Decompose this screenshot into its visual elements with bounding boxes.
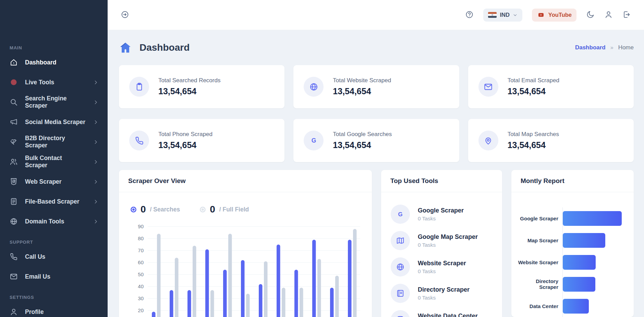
- sidebar-item-label: Search Engine Scraper: [25, 95, 86, 109]
- question-circle-icon: [465, 10, 474, 20]
- monthly-bar: [563, 211, 622, 226]
- tool-item-google-map-scraper[interactable]: Google Map Scraper0 Tasks: [391, 231, 493, 250]
- monthly-bar-chart: Google ScraperMap ScraperWebsite Scraper…: [511, 192, 634, 317]
- chevron-right-icon: [93, 199, 99, 205]
- overview-card: Scraper Over View 0/ Searches0/ Full Fie…: [119, 170, 372, 317]
- sidebar-item-label: B2B Directory Scraper: [25, 135, 86, 149]
- chevron-right-icon: [93, 80, 99, 85]
- sidebar-item-label: Email Us: [25, 273, 99, 280]
- youtube-button[interactable]: YouTube: [532, 9, 576, 22]
- logout-button[interactable]: [622, 10, 631, 20]
- stat-value: 13,54,654: [158, 140, 212, 150]
- tool-name: Directory Scraper: [418, 286, 470, 293]
- sidebar-section-label-settings: SETTINGS: [0, 295, 108, 300]
- monthly-category-label: Website Scraper: [518, 251, 562, 273]
- monthly-category-label: Map Scraper: [518, 229, 562, 251]
- sidebar-item-profile[interactable]: Profile: [0, 302, 108, 317]
- chevron-right-icon: [93, 219, 99, 224]
- stat-card-total-map-searches: Total Map Searches13,54,654: [468, 119, 634, 162]
- monthly-row-google-scraper: Google Scraper: [518, 207, 625, 229]
- sidebar-item-email-us[interactable]: Email Us: [0, 267, 108, 286]
- search-icon: [10, 98, 18, 106]
- tool-item-website-data-center[interactable]: Website Data Center0 Tasks: [391, 310, 493, 317]
- stat-label: Total Website Scraped: [333, 77, 391, 84]
- tool-item-google-scraper[interactable]: GGoogle Scraper0 Tasks: [391, 205, 493, 224]
- stat-card-total-google-searches: GTotal Google Searches13,54,654: [293, 119, 459, 162]
- breadcrumb-separator: »: [610, 45, 613, 51]
- tool-name: Google Scraper: [418, 207, 464, 214]
- tool-name: Website Data Center: [418, 313, 478, 317]
- help-button[interactable]: [465, 10, 474, 20]
- file-lines-icon: [10, 197, 18, 206]
- sidebar-item-call-us[interactable]: Call Us: [0, 247, 108, 267]
- tool-item-website-scraper[interactable]: Website Scraper0 Tasks: [391, 257, 493, 277]
- map-icon: [391, 231, 410, 250]
- stat-card-total-email-scraped: Total Email Scraped13,54,654: [468, 65, 634, 108]
- stat-label: Total Phone Scraped: [158, 131, 212, 138]
- main-content: Dashboard Dashboard » Home Total Searche…: [108, 30, 644, 317]
- sidebar-item-social-media-scraper[interactable]: Social Media Scraper: [0, 112, 108, 132]
- monthly-report-card: Montly Report Google ScraperMap ScraperW…: [511, 170, 634, 317]
- sidebar-item-file-based-scraper[interactable]: File-Based Scraper: [0, 192, 108, 211]
- language-selector[interactable]: IND: [483, 9, 522, 22]
- monthly-row-data-center: Data Center: [518, 295, 625, 317]
- user-icon: [604, 10, 613, 20]
- tools-card-title: Top Used Tools: [390, 177, 493, 185]
- sidebar-item-search-engine-scraper[interactable]: Search Engine Scraper: [0, 92, 108, 112]
- sidebar-item-label: Live Tools: [25, 79, 86, 86]
- sidebar-item-label: Call Us: [25, 253, 99, 260]
- sidebar-item-b2b-directory-scraper[interactable]: B2B Directory Scraper: [0, 132, 108, 152]
- theme-toggle-button[interactable]: [586, 10, 595, 20]
- tool-tasks-count: 0 Tasks: [418, 268, 466, 275]
- arrow-circle-icon: [121, 10, 129, 20]
- legend-item-full-field[interactable]: 0/ Full Field: [200, 204, 249, 215]
- house-icon: [119, 41, 132, 54]
- map-pin-icon: [478, 131, 498, 150]
- chevron-right-icon: [93, 139, 99, 145]
- svg-text:20: 20: [138, 307, 144, 313]
- sidebar-section-label-support: SUPPORT: [0, 240, 108, 245]
- topbar: IND YouTube: [108, 0, 644, 30]
- sidebar-toggle-button[interactable]: [121, 10, 129, 20]
- breadcrumb-link-dashboard[interactable]: Dashboard: [575, 44, 606, 51]
- svg-text:G: G: [398, 211, 402, 218]
- sidebar-item-web-scraper[interactable]: Web Scraper: [0, 172, 108, 192]
- monthly-bar: [563, 233, 605, 248]
- html5-icon: [10, 178, 18, 186]
- overview-chart-svg: 9080706050403020: [128, 220, 363, 317]
- stat-label: Total Map Searches: [508, 131, 559, 138]
- youtube-play-icon: [537, 12, 545, 18]
- legend-dot-icon: [200, 207, 206, 212]
- sidebar-item-label: File-Based Scraper: [25, 198, 86, 205]
- tool-item-directory-scraper[interactable]: Directory Scraper0 Tasks: [391, 284, 493, 303]
- youtube-label: YouTube: [548, 12, 572, 18]
- svg-text:80: 80: [138, 235, 144, 241]
- svg-text:40: 40: [138, 283, 144, 289]
- sidebar-item-live-tools[interactable]: Live Tools: [0, 72, 108, 92]
- globe-icon: [391, 257, 410, 277]
- tool-tasks-count: 0 Tasks: [418, 216, 464, 222]
- sidebar-item-domain-tools[interactable]: Domain Tools: [0, 211, 108, 231]
- legend-label: / Full Field: [219, 206, 249, 213]
- svg-text:60: 60: [138, 259, 144, 265]
- monthly-row-map-scraper: Map Scraper: [518, 229, 625, 251]
- profile-button[interactable]: [604, 10, 613, 20]
- book-icon: [391, 284, 410, 303]
- sidebar-item-label: Bulk Contact Scraper: [25, 155, 86, 169]
- stat-value: 13,54,654: [508, 140, 559, 150]
- tool-name: Google Map Scraper: [418, 233, 478, 241]
- sidebar-item-dashboard[interactable]: Dashboard: [0, 52, 108, 72]
- handshake-icon: [10, 138, 18, 146]
- svg-text:90: 90: [138, 223, 144, 229]
- stat-card-total-searched-records: Total Searched Records13,54,654: [119, 65, 284, 108]
- legend-item-searches[interactable]: 0/ Searches: [131, 204, 180, 215]
- tool-name: Website Scraper: [418, 260, 466, 267]
- sidebar-item-bulk-contact-scraper[interactable]: Bulk Contact Scraper: [0, 152, 108, 172]
- top-used-tools-card: Top Used Tools GGoogle Scraper0 TasksGoo…: [381, 170, 502, 317]
- breadcrumb-current: Home: [618, 44, 634, 51]
- monthly-card-title: Montly Report: [521, 177, 624, 185]
- dot-icon: [10, 78, 18, 86]
- sidebar-nav: MAINDashboardLive ToolsSearch Engine Scr…: [0, 45, 108, 317]
- chevron-right-icon: [93, 159, 99, 165]
- legend-label: / Searches: [150, 206, 180, 213]
